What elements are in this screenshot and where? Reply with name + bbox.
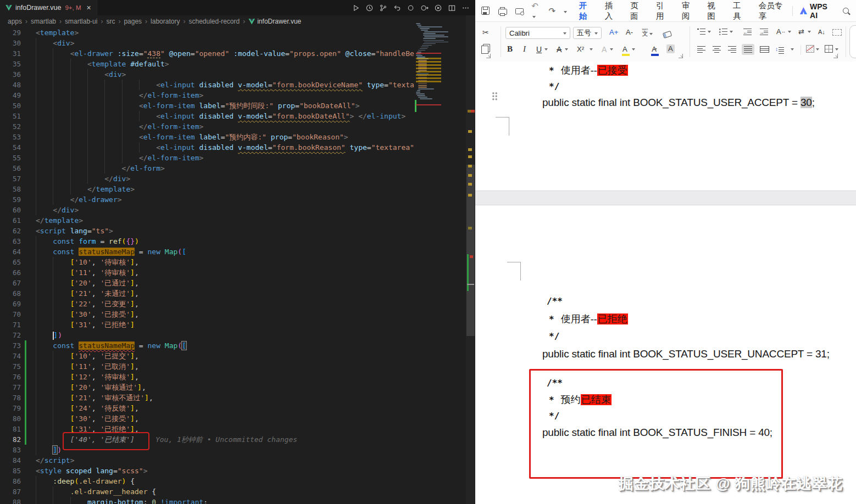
tab-close-icon[interactable]: × — [86, 4, 91, 12]
navigate-back-icon[interactable] — [393, 4, 401, 12]
paragraph-expand-icon[interactable] — [833, 54, 838, 58]
text-direction-button[interactable]: ⇄ — [798, 27, 804, 36]
line-number[interactable]: 61 — [0, 215, 21, 226]
line-number[interactable]: 65 — [0, 257, 21, 267]
line-number[interactable]: 67 — [0, 278, 21, 288]
font-name-select[interactable]: Calibri — [505, 27, 570, 39]
line-number[interactable]: 78 — [0, 393, 21, 403]
numbered-list-icon[interactable] — [719, 29, 727, 35]
line-number[interactable]: 66 — [0, 267, 21, 278]
increase-indent-icon[interactable] — [760, 29, 768, 35]
undo-icon[interactable]: ↶ — [531, 1, 541, 20]
line-number[interactable]: 30 — [0, 38, 21, 48]
print-preview-icon[interactable] — [514, 5, 524, 16]
align-center-icon[interactable] — [713, 46, 721, 53]
breadcrumb-item[interactable]: smartlab — [31, 18, 56, 25]
align-right-icon[interactable] — [728, 46, 736, 53]
shading-icon[interactable] — [806, 45, 814, 53]
line-number[interactable]: 48 — [0, 80, 21, 90]
breadcrumb-item[interactable]: smartlab-ui — [65, 18, 97, 25]
line-spacing-menu-icon[interactable] — [791, 48, 794, 52]
line-number[interactable]: 49 — [0, 90, 21, 100]
line-number[interactable]: 72 — [0, 330, 21, 340]
line-number[interactable]: 76 — [0, 372, 21, 382]
borders-icon[interactable] — [825, 45, 833, 53]
text-direction-menu-icon[interactable] — [808, 31, 811, 35]
print-icon[interactable] — [498, 5, 508, 16]
line-number[interactable]: 80 — [0, 413, 21, 424]
style-gallery[interactable] — [849, 25, 856, 58]
source-control-graph-icon[interactable] — [379, 4, 387, 12]
decrease-indent-icon[interactable] — [743, 29, 752, 35]
line-number[interactable]: 87 — [0, 486, 21, 497]
superscript-menu-icon[interactable] — [590, 48, 593, 52]
strikethrough-menu-icon[interactable] — [565, 48, 568, 52]
breadcrumb-item[interactable]: scheduled-record — [188, 18, 240, 25]
strikethrough-button[interactable]: A — [557, 45, 562, 54]
line-number[interactable]: 73 — [0, 340, 21, 351]
underline-button[interactable]: U — [536, 45, 542, 54]
distribute-icon[interactable] — [760, 46, 769, 53]
breadcrumb-item[interactable]: src — [106, 18, 115, 25]
line-number[interactable]: 70 — [0, 309, 21, 320]
char-shading-button[interactable]: A — [666, 44, 675, 53]
line-number[interactable]: 50 — [0, 100, 21, 111]
save-icon[interactable] — [481, 5, 491, 16]
line-number[interactable]: 63 — [0, 236, 21, 247]
line-number[interactable]: 31 — [0, 48, 21, 59]
shrink-font-button[interactable]: A- — [626, 28, 633, 37]
line-number[interactable]: 75 — [0, 361, 21, 372]
line-number[interactable]: 58 — [0, 184, 21, 194]
clipboard-expand-icon[interactable] — [486, 54, 491, 58]
timeline-icon[interactable] — [365, 4, 374, 12]
char-scale-menu-icon[interactable] — [788, 31, 791, 35]
line-number[interactable]: 62 — [0, 226, 21, 236]
line-number[interactable]: 82 — [0, 434, 21, 445]
line-number[interactable]: 88 — [0, 497, 21, 504]
bold-button[interactable]: B — [507, 44, 513, 53]
cut-icon[interactable]: ✂ — [482, 27, 489, 37]
superscript-button[interactable]: X² — [577, 45, 584, 54]
quickbar-more-icon[interactable] — [563, 6, 567, 15]
line-number[interactable]: 57 — [0, 173, 21, 184]
paragraph-drag-handle-icon[interactable] — [492, 92, 498, 100]
line-number[interactable]: 85 — [0, 466, 21, 476]
line-number[interactable]: 35 — [0, 59, 21, 69]
line-number[interactable]: 83 — [0, 445, 21, 455]
align-left-icon[interactable] — [697, 46, 705, 53]
line-number[interactable]: 64 — [0, 247, 21, 257]
bullet-list-icon[interactable] — [697, 29, 705, 35]
borders-menu-icon[interactable] — [835, 48, 838, 52]
line-number[interactable]: 53 — [0, 132, 21, 142]
numbered-menu-icon[interactable] — [730, 31, 733, 35]
highlight-color-button[interactable]: A — [622, 45, 627, 54]
underline-menu-icon[interactable] — [544, 48, 548, 52]
line-number[interactable]: 36 — [0, 69, 21, 80]
text-effects-menu-icon[interactable] — [610, 48, 613, 52]
breadcrumb-item[interactable]: pages — [124, 18, 142, 25]
wps-ai-button[interactable]: WPS AI — [800, 2, 833, 20]
line-number[interactable]: 86 — [0, 476, 21, 486]
line-number[interactable]: 69 — [0, 299, 21, 309]
line-number[interactable]: 74 — [0, 351, 21, 361]
line-number[interactable]: 79 — [0, 403, 21, 413]
font-color-menu-icon[interactable] — [654, 48, 657, 52]
line-number[interactable]: 68 — [0, 288, 21, 299]
redo-icon[interactable]: ↷ — [548, 6, 555, 16]
breadcrumb-item[interactable]: infoDrawer.vue — [248, 18, 301, 25]
search-icon[interactable] — [841, 5, 851, 16]
code-editor[interactable]: 29<template>30<div>31<el-drawer :size="4… — [0, 27, 414, 504]
line-number[interactable]: 52 — [0, 121, 21, 132]
line-number[interactable]: 84 — [0, 455, 21, 466]
line-number[interactable]: 59 — [0, 194, 21, 205]
line-spacing-button[interactable]: ↕ — [775, 45, 784, 54]
minimap[interactable] — [416, 21, 441, 186]
shading-menu-icon[interactable] — [816, 48, 819, 52]
font-expand-icon[interactable] — [679, 54, 683, 58]
split-editor-icon[interactable] — [448, 4, 456, 12]
bullet-menu-icon[interactable] — [708, 31, 711, 35]
run-icon[interactable] — [352, 4, 360, 12]
sort-button[interactable]: A↓ — [818, 27, 825, 36]
line-number[interactable]: 56 — [0, 163, 21, 173]
italic-button[interactable]: I — [523, 44, 526, 53]
